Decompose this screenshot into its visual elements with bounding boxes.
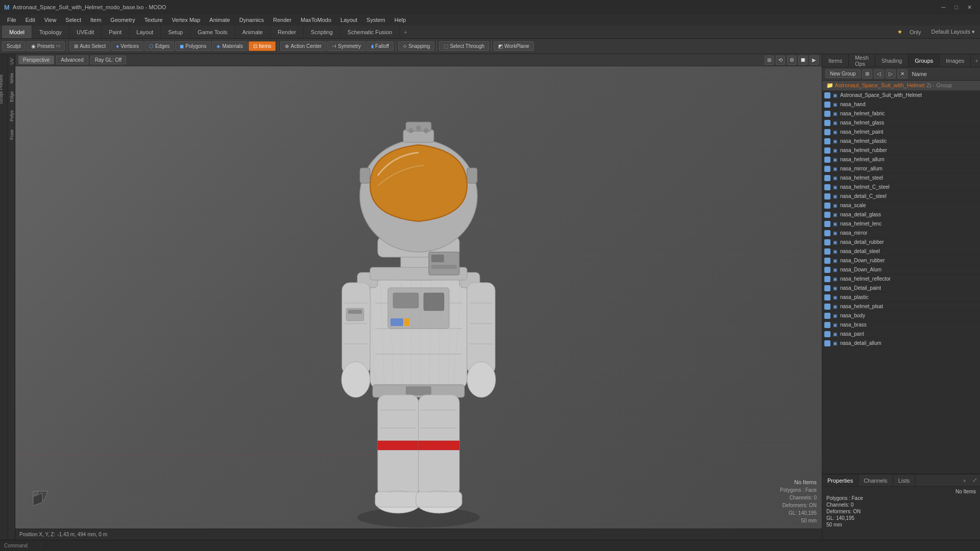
menu-vertex-map[interactable]: Vertex Map xyxy=(168,16,205,24)
viewport-icon-1[interactable]: ⊞ xyxy=(765,56,774,65)
items-list[interactable]: ▣Astronaut_Space_Suit_with_Helmet▣nasa_h… xyxy=(822,91,980,473)
list-item[interactable]: ▣nasa_detail_rubber xyxy=(822,238,980,247)
viewport-canvas[interactable]: No Items Polygons : Face Channels: 0 Def… xyxy=(15,66,822,540)
materials-button[interactable]: ◈ Materials xyxy=(212,41,248,51)
menu-view[interactable]: View xyxy=(40,16,61,24)
command-input[interactable] xyxy=(41,543,980,548)
item-visibility-toggle[interactable] xyxy=(824,304,830,310)
rp-tab-groups[interactable]: Groups xyxy=(909,54,940,67)
item-visibility-toggle[interactable] xyxy=(824,147,830,154)
list-item[interactable]: ▣nasa_plastic xyxy=(822,293,980,302)
minimize-icon[interactable]: ─ xyxy=(938,4,950,11)
list-item[interactable]: ▣nasa_helmet_glass xyxy=(822,118,980,128)
item-visibility-toggle[interactable] xyxy=(824,276,830,282)
item-visibility-toggle[interactable] xyxy=(824,175,830,181)
list-item[interactable]: ▣nasa_helmet_fabric xyxy=(822,109,980,118)
item-visibility-toggle[interactable] xyxy=(824,248,830,255)
sculpt-button[interactable]: Sculpt xyxy=(2,41,26,51)
menu-dynamics[interactable]: Dynamics xyxy=(235,16,268,24)
viewport-icon-4[interactable]: 🔲 xyxy=(798,56,807,65)
item-visibility-toggle[interactable] xyxy=(824,166,830,172)
select-through-button[interactable]: ⬚ Select Through xyxy=(439,41,489,51)
list-item[interactable]: ▣nasa_Down_rubber xyxy=(822,256,980,265)
sidebar-tab-fuse[interactable]: Fuse xyxy=(8,126,15,144)
tab-uvedit[interactable]: UVEdit xyxy=(69,26,102,38)
item-visibility-toggle[interactable] xyxy=(824,322,830,328)
polygons-button[interactable]: ◼ Polygons xyxy=(175,41,211,51)
item-visibility-toggle[interactable] xyxy=(824,331,830,337)
item-visibility-toggle[interactable] xyxy=(824,313,830,319)
list-item[interactable]: ▣nasa_helmet_lenc xyxy=(822,219,980,229)
menu-maxtomodo[interactable]: MaxToModo xyxy=(297,16,335,24)
list-item[interactable]: ▣Astronaut_Space_Suit_with_Helmet xyxy=(822,91,980,100)
sidebar-tab-edge[interactable]: Edge xyxy=(8,87,15,106)
item-visibility-toggle[interactable] xyxy=(824,294,830,300)
presets-button[interactable]: ◉ Presets Fil xyxy=(27,41,65,51)
list-item[interactable]: ▣nasa_Down_Alum xyxy=(822,265,980,274)
rp-tool-1[interactable]: ⊞ xyxy=(862,69,872,79)
list-item[interactable]: ▣nasa_pant xyxy=(822,330,980,339)
menu-edit[interactable]: Edit xyxy=(21,16,39,24)
falloff-button[interactable]: ◖ Falloff xyxy=(366,41,394,51)
menu-geometry[interactable]: Geometry xyxy=(106,16,139,24)
layout-dropdown[interactable]: Default Layouts ▾ xyxy=(926,29,981,35)
rp-tab-images[interactable]: Images xyxy=(940,54,971,67)
symmetry-button[interactable]: ⊣ Symmetry xyxy=(327,41,365,51)
item-visibility-toggle[interactable] xyxy=(824,258,830,264)
viewport-icon-2[interactable]: ⟲ xyxy=(776,56,785,65)
list-item[interactable]: ▣nasa_helmet_rubber xyxy=(822,146,980,155)
action-center-button[interactable]: ⊕ Action Center xyxy=(280,41,326,51)
item-visibility-toggle[interactable] xyxy=(824,285,830,291)
list-item[interactable]: ▣nasa_mirror xyxy=(822,229,980,238)
item-visibility-toggle[interactable] xyxy=(824,157,830,163)
tab-only-button[interactable]: Only xyxy=(904,29,926,35)
tab-paint[interactable]: Paint xyxy=(102,26,129,38)
item-visibility-toggle[interactable] xyxy=(824,138,830,144)
list-item[interactable]: ▣nasa_helmet_C_steel xyxy=(822,183,980,192)
item-visibility-toggle[interactable] xyxy=(824,102,830,108)
tab-add-button[interactable]: + xyxy=(400,26,411,38)
list-item[interactable]: ▣nasa_body xyxy=(822,311,980,320)
menu-system[interactable]: System xyxy=(362,16,389,24)
brp-add-tab[interactable]: + xyxy=(960,474,969,486)
item-visibility-toggle[interactable] xyxy=(824,193,830,199)
list-item[interactable]: ▣nasa_hand xyxy=(822,100,980,109)
menu-animate[interactable]: Animate xyxy=(205,16,234,24)
item-visibility-toggle[interactable] xyxy=(824,203,830,209)
menu-item[interactable]: Item xyxy=(86,16,105,24)
viewport-icon-5[interactable]: ▶ xyxy=(810,56,819,65)
edges-button[interactable]: ⬡ Edges xyxy=(144,41,174,51)
rp-add-tab[interactable]: + xyxy=(971,54,980,67)
menu-render[interactable]: Render xyxy=(269,16,296,24)
list-item[interactable]: ▣nasa_Detail_paint xyxy=(822,284,980,293)
sidebar-tab-write[interactable]: Write xyxy=(8,69,15,88)
item-visibility-toggle[interactable] xyxy=(824,212,830,218)
brp-tab-channels[interactable]: Channels xyxy=(859,474,893,486)
list-item[interactable]: ▣nasa_helmet_reflector xyxy=(822,274,980,284)
list-item[interactable]: ▣nasa_scale xyxy=(822,201,980,210)
rp-tool-2[interactable]: ◁ xyxy=(874,69,884,79)
tab-setup[interactable]: Setup xyxy=(161,26,190,38)
item-visibility-toggle[interactable] xyxy=(824,230,830,236)
sidebar-tab-polys[interactable]: Polys xyxy=(8,106,15,126)
maximize-icon[interactable]: □ xyxy=(950,4,962,11)
auto-select-button[interactable]: ⊞ Auto Select xyxy=(69,41,110,51)
advanced-button[interactable]: Advanced xyxy=(56,56,88,64)
rp-tool-3[interactable]: ▷ xyxy=(886,69,896,79)
new-group-button[interactable]: New Group xyxy=(825,69,861,78)
sculpt-presets-label[interactable]: Sculpt Presets xyxy=(0,74,4,104)
list-item[interactable]: ▣nasa_detail_C_steel xyxy=(822,192,980,201)
vertices-button[interactable]: ● Vertices xyxy=(111,41,143,51)
brp-expand[interactable]: ⤢ xyxy=(969,474,980,486)
perspective-button[interactable]: Perspective xyxy=(18,56,54,64)
rp-tool-4[interactable]: ✕ xyxy=(897,69,908,79)
tab-scripting[interactable]: Scripting xyxy=(304,26,340,38)
ray-gl-button[interactable]: Ray GL: Off xyxy=(90,56,127,64)
list-item[interactable]: ▣nasa_helmet_plsat xyxy=(822,302,980,311)
workplane-button[interactable]: ◩ WorkPlane xyxy=(494,41,534,51)
brp-tab-properties[interactable]: Properties xyxy=(822,474,859,486)
list-item[interactable]: ▣nasa_brass xyxy=(822,320,980,330)
tab-topology[interactable]: Topology xyxy=(32,26,69,38)
menu-layout[interactable]: Layout xyxy=(336,16,361,24)
tab-animate[interactable]: Animate xyxy=(235,26,271,38)
